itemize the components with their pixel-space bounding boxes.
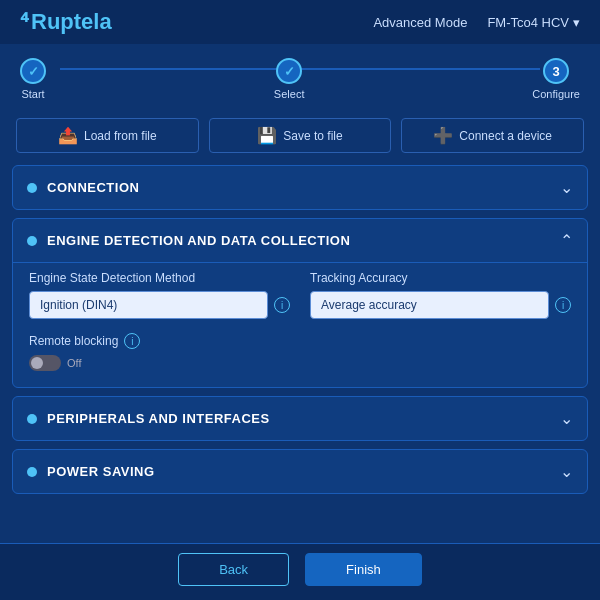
detection-method-label: Engine State Detection Method (29, 271, 290, 285)
section-engine-header[interactable]: ENGINE DETECTION AND DATA COLLECTION ⌃ (13, 219, 587, 262)
toggle-state-label: Off (67, 357, 81, 369)
section-engine-left: ENGINE DETECTION AND DATA COLLECTION (27, 233, 350, 248)
connect-device-button[interactable]: ➕ Connect a device (401, 118, 584, 153)
device-name: FM-Tco4 HCV (487, 15, 569, 30)
section-peripherals-header[interactable]: PERIPHERALS AND INTERFACES ⌄ (13, 397, 587, 440)
section-power-chevron-icon: ⌄ (560, 462, 573, 481)
logo-text: Ruptela (31, 9, 112, 34)
section-connection-dot (27, 183, 37, 193)
load-from-file-button[interactable]: 📤 Load from file (16, 118, 199, 153)
section-connection-chevron-icon: ⌄ (560, 178, 573, 197)
step-configure: 3 Configure (532, 58, 580, 100)
remote-blocking-label: Remote blocking (29, 334, 118, 348)
step-configure-label: Configure (532, 88, 580, 100)
remote-blocking-info-icon[interactable]: i (124, 333, 140, 349)
header: ⁴Ruptela Advanced Mode FM-Tco4 HCV ▾ (0, 0, 600, 44)
section-peripherals: PERIPHERALS AND INTERFACES ⌄ (12, 396, 588, 441)
save-to-file-button[interactable]: 💾 Save to file (209, 118, 392, 153)
detection-method-select[interactable]: Ignition (DIN4) (29, 291, 268, 319)
action-buttons: 📤 Load from file 💾 Save to file ➕ Connec… (0, 110, 600, 165)
accuracy-select-wrap: Average accuracy i (310, 291, 571, 319)
load-icon: 📤 (58, 126, 78, 145)
footer: Back Finish (0, 543, 600, 595)
section-power-header[interactable]: POWER SAVING ⌄ (13, 450, 587, 493)
steps-bar: ✓ Start ✓ Select 3 Configure (0, 44, 600, 110)
finish-button[interactable]: Finish (305, 553, 422, 586)
remote-blocking-label-row: Remote blocking i (29, 333, 571, 349)
step-select-label: Select (274, 88, 305, 100)
section-power-saving: POWER SAVING ⌄ (12, 449, 588, 494)
logo-prefix: ⁴ (20, 9, 29, 34)
tracking-accuracy-select[interactable]: Average accuracy (310, 291, 549, 319)
engine-form-row: Engine State Detection Method Ignition (… (29, 271, 571, 319)
step-select-circle: ✓ (276, 58, 302, 84)
accuracy-info-icon[interactable]: i (555, 297, 571, 313)
section-engine-dot (27, 236, 37, 246)
detection-select-wrap: Ignition (DIN4) i (29, 291, 290, 319)
toggle-thumb (31, 357, 43, 369)
section-peripherals-chevron-icon: ⌄ (560, 409, 573, 428)
section-peripherals-title: PERIPHERALS AND INTERFACES (47, 411, 270, 426)
device-chevron-icon: ▾ (573, 15, 580, 30)
section-power-title: POWER SAVING (47, 464, 155, 479)
detection-method-group: Engine State Detection Method Ignition (… (29, 271, 290, 319)
logo: ⁴Ruptela (20, 9, 114, 35)
section-peripherals-dot (27, 414, 37, 424)
section-connection-left: CONNECTION (27, 180, 139, 195)
device-selector[interactable]: FM-Tco4 HCV ▾ (487, 15, 580, 30)
step-start-circle: ✓ (20, 58, 46, 84)
section-power-dot (27, 467, 37, 477)
section-engine-detection: ENGINE DETECTION AND DATA COLLECTION ⌃ E… (12, 218, 588, 388)
step-configure-circle: 3 (543, 58, 569, 84)
step-select: ✓ Select (274, 58, 305, 100)
header-right: Advanced Mode FM-Tco4 HCV ▾ (373, 15, 580, 30)
main-content: CONNECTION ⌄ ENGINE DETECTION AND DATA C… (0, 165, 600, 543)
remote-blocking-toggle[interactable] (29, 355, 61, 371)
connect-label: Connect a device (459, 129, 552, 143)
connect-icon: ➕ (433, 126, 453, 145)
section-connection: CONNECTION ⌄ (12, 165, 588, 210)
remote-blocking-toggle-wrap: Off (29, 355, 571, 371)
step-start: ✓ Start (20, 58, 46, 100)
save-icon: 💾 (257, 126, 277, 145)
section-connection-header[interactable]: CONNECTION ⌄ (13, 166, 587, 209)
section-engine-body: Engine State Detection Method Ignition (… (13, 262, 587, 387)
save-label: Save to file (283, 129, 342, 143)
section-engine-chevron-icon: ⌃ (560, 231, 573, 250)
remote-blocking-row: Remote blocking i Off (29, 333, 571, 371)
step-start-label: Start (21, 88, 44, 100)
back-button[interactable]: Back (178, 553, 289, 586)
load-label: Load from file (84, 129, 157, 143)
section-power-left: POWER SAVING (27, 464, 155, 479)
detection-info-icon[interactable]: i (274, 297, 290, 313)
tracking-accuracy-label: Tracking Accuracy (310, 271, 571, 285)
section-engine-title: ENGINE DETECTION AND DATA COLLECTION (47, 233, 350, 248)
section-peripherals-left: PERIPHERALS AND INTERFACES (27, 411, 270, 426)
advanced-mode-label: Advanced Mode (373, 15, 467, 30)
section-connection-title: CONNECTION (47, 180, 139, 195)
tracking-accuracy-group: Tracking Accuracy Average accuracy i (310, 271, 571, 319)
